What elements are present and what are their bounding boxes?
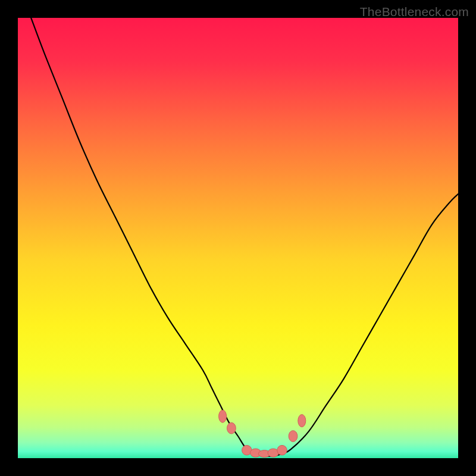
marker-dot	[289, 431, 298, 442]
chart-frame: TheBottleneck.com	[0, 0, 476, 476]
marker-dot	[219, 410, 227, 422]
marker-dot	[227, 422, 236, 434]
bottleneck-curve	[31, 18, 458, 456]
marker-dot	[277, 445, 287, 455]
curve-layer	[18, 18, 458, 458]
watermark-text: TheBottleneck.com	[360, 5, 469, 19]
bottom-markers	[219, 410, 306, 457]
plot-area	[18, 18, 458, 458]
marker-dot	[298, 415, 306, 427]
